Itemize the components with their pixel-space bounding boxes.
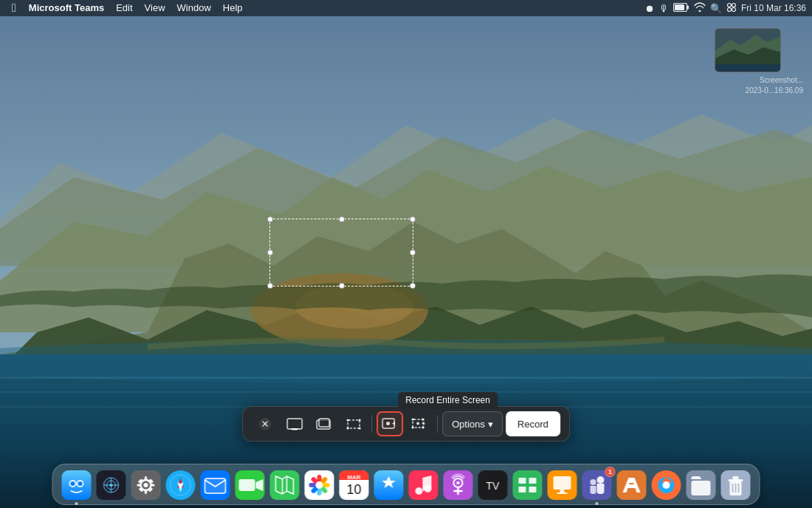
dock-item-systemprefs[interactable] bbox=[130, 469, 162, 501]
capture-selection-button[interactable] bbox=[340, 411, 367, 436]
edit-menu[interactable]: Edit bbox=[111, 0, 137, 16]
svg-point-44 bbox=[422, 418, 424, 420]
wifi-icon[interactable] bbox=[694, 2, 706, 14]
svg-rect-132 bbox=[729, 479, 743, 481]
view-menu[interactable]: View bbox=[140, 0, 171, 16]
dock-item-wrapper-trash bbox=[720, 469, 752, 501]
svg-point-101 bbox=[416, 487, 423, 495]
svg-point-50 bbox=[71, 481, 75, 486]
dock-item-facetime[interactable] bbox=[234, 469, 266, 501]
svg-point-35 bbox=[347, 427, 349, 429]
svg-text:10: 10 bbox=[346, 482, 361, 497]
control-center-icon[interactable] bbox=[726, 2, 737, 15]
dock-item-wrapper-sysprefs bbox=[130, 469, 162, 501]
dock-item-appstore[interactable] bbox=[373, 469, 405, 501]
dock-item-trash[interactable] bbox=[720, 469, 752, 501]
options-button[interactable]: Options ▾ bbox=[442, 411, 503, 436]
svg-rect-10 bbox=[0, 377, 812, 379]
svg-point-16 bbox=[727, 3, 731, 7]
desktop:  Microsoft Teams Edit View Window Help … bbox=[0, 0, 812, 508]
screenshot-toolbar: Options ▾ Record bbox=[242, 406, 570, 442]
window-menu[interactable]: Window bbox=[172, 0, 216, 16]
svg-point-19 bbox=[732, 7, 735, 11]
svg-rect-113 bbox=[529, 478, 537, 484]
dock-item-photos[interactable] bbox=[303, 469, 336, 501]
dock-item-podcasts[interactable] bbox=[442, 469, 475, 501]
dock-item-wrapper-maps bbox=[269, 469, 301, 501]
apple-menu[interactable]:  bbox=[6, 0, 22, 16]
screenshot-label: Screenshot... 2023-0...16:36.09 bbox=[746, 75, 803, 96]
dock-item-wrapper-mail bbox=[199, 469, 232, 501]
dock: MAR 10 bbox=[52, 464, 760, 505]
close-button[interactable] bbox=[252, 411, 278, 436]
dock-item-keynote[interactable] bbox=[546, 469, 579, 501]
svg-point-93 bbox=[316, 481, 323, 489]
dock-item-safari[interactable] bbox=[165, 469, 197, 501]
help-menu[interactable]: Help bbox=[218, 0, 248, 16]
svg-rect-63 bbox=[137, 484, 142, 487]
svg-point-17 bbox=[732, 3, 735, 7]
dock-item-wrapper-facetime bbox=[234, 469, 266, 501]
record-screen-button[interactable] bbox=[376, 411, 403, 436]
svg-rect-64 bbox=[151, 484, 155, 487]
svg-rect-61 bbox=[145, 476, 147, 481]
capture-screen-button[interactable] bbox=[281, 411, 308, 436]
svg-rect-112 bbox=[519, 478, 526, 484]
dock-item-finder[interactable] bbox=[61, 469, 93, 501]
dock-item-wrapper-launchpad bbox=[95, 469, 128, 501]
battery-icon[interactable] bbox=[673, 3, 689, 14]
dock-item-tv[interactable]: TV bbox=[477, 469, 509, 501]
svg-rect-27 bbox=[287, 419, 302, 429]
svg-point-36 bbox=[359, 427, 361, 429]
search-icon[interactable]: 🔍 bbox=[710, 3, 722, 14]
svg-marker-39 bbox=[392, 422, 395, 425]
datetime[interactable]: Fri 10 Mar 16:36 bbox=[741, 3, 806, 13]
svg-rect-114 bbox=[519, 487, 526, 492]
svg-point-18 bbox=[727, 7, 731, 11]
svg-point-106 bbox=[457, 481, 460, 484]
dock-item-firefox[interactable] bbox=[650, 469, 683, 501]
svg-point-46 bbox=[422, 426, 424, 428]
capture-window-button[interactable] bbox=[311, 411, 337, 436]
svg-rect-119 bbox=[557, 492, 568, 494]
teams-badge: 1 bbox=[605, 467, 616, 477]
dock-item-illustrator[interactable] bbox=[616, 469, 648, 501]
record-selection-button[interactable] bbox=[406, 411, 433, 436]
screen-record-icon[interactable]: ⏺ bbox=[645, 3, 655, 14]
dock-item-mail[interactable] bbox=[199, 469, 232, 501]
svg-rect-129 bbox=[692, 481, 711, 495]
svg-text:MAR: MAR bbox=[347, 474, 360, 481]
svg-rect-117 bbox=[554, 476, 571, 490]
mic-icon[interactable]: 🎙 bbox=[659, 3, 669, 14]
svg-rect-31 bbox=[319, 419, 329, 427]
dock-item-wrapper-numbers bbox=[512, 469, 544, 501]
svg-rect-133 bbox=[733, 476, 739, 479]
dock-item-numbers[interactable] bbox=[512, 469, 544, 501]
dock-item-launchpad[interactable] bbox=[95, 469, 128, 501]
dock-item-files[interactable] bbox=[685, 469, 718, 501]
record-button[interactable]: Record bbox=[506, 411, 560, 436]
svg-rect-78 bbox=[239, 479, 255, 491]
dock-item-wrapper-podcasts bbox=[442, 469, 475, 501]
app-name-menu[interactable]: Microsoft Teams bbox=[24, 0, 109, 16]
dock-item-wrapper-firefox bbox=[650, 469, 683, 501]
toolbar-divider bbox=[371, 415, 372, 433]
svg-point-121 bbox=[597, 476, 605, 484]
dock-item-wrapper-music bbox=[407, 469, 440, 501]
dock-item-maps[interactable] bbox=[269, 469, 301, 501]
svg-rect-32 bbox=[348, 420, 359, 428]
screenshot-thumbnail[interactable] bbox=[715, 28, 781, 72]
svg-rect-111 bbox=[513, 470, 543, 500]
svg-point-122 bbox=[591, 479, 596, 485]
svg-point-73 bbox=[179, 484, 182, 487]
dock-item-wrapper-photos bbox=[303, 469, 336, 501]
dock-item-calendar[interactable]: MAR 10 bbox=[338, 469, 371, 501]
svg-rect-14 bbox=[675, 4, 684, 10]
svg-rect-47 bbox=[62, 470, 92, 500]
dock-item-music[interactable] bbox=[407, 469, 440, 501]
dock-item-wrapper-keynote bbox=[546, 469, 579, 501]
svg-rect-62 bbox=[145, 490, 147, 494]
dock-item-wrapper-files bbox=[685, 469, 718, 501]
chevron-down-icon: ▾ bbox=[488, 419, 493, 430]
svg-rect-29 bbox=[291, 428, 298, 430]
